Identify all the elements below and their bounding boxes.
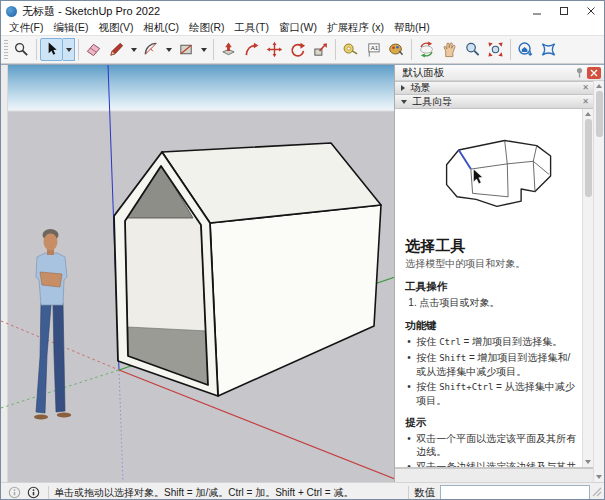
maximize-button[interactable] xyxy=(550,1,577,21)
section-instructor[interactable]: 工具向导 ✕ xyxy=(395,95,593,109)
window-title: 无标题 - SketchUp Pro 2022 xyxy=(22,4,523,19)
toolbar-separator xyxy=(411,39,412,60)
resize-grip-icon[interactable] xyxy=(592,487,602,499)
scroll-up-icon[interactable] xyxy=(595,81,604,91)
menu-edit[interactable]: 编辑(E) xyxy=(48,21,93,35)
instructor-title: 选择工具 xyxy=(405,237,577,256)
scrollbar-thumb[interactable] xyxy=(585,119,592,197)
text-fragment: = 增加项目到选择集。 xyxy=(461,336,562,347)
pin-icon[interactable] xyxy=(575,67,584,78)
chevron-down-icon xyxy=(401,100,407,104)
model-viewport[interactable] xyxy=(1,65,394,482)
main-area: 默认面板 场景 ✕ 工具向导 xyxy=(1,64,604,482)
section-close-icon[interactable]: ✕ xyxy=(582,98,589,106)
panel-close-icon[interactable] xyxy=(587,67,601,79)
menu-view[interactable]: 视图(V) xyxy=(93,21,138,35)
status-separator xyxy=(48,486,49,500)
line-tool-icon[interactable] xyxy=(105,38,128,61)
svg-text:A1: A1 xyxy=(371,44,379,51)
zoom-tool-icon[interactable] xyxy=(461,38,484,61)
operation-step: 1. 点击项目或对象。 xyxy=(405,296,577,310)
status-separator xyxy=(408,486,409,500)
info-icon[interactable] xyxy=(27,486,40,499)
instructor-panel: 选择工具 选择模型中的项目和对象。 工具操作 1. 点击项目或对象。 功能键 按… xyxy=(395,109,593,468)
list-item: 按住 Shift+Ctrl = 从选择集中减少项目。 xyxy=(405,380,577,407)
operation-heading: 工具操作 xyxy=(405,280,577,294)
zoom-extents-icon[interactable] xyxy=(484,38,507,61)
scale-tool-icon[interactable] xyxy=(309,38,332,61)
sketchup-window: 无标题 - SketchUp Pro 2022 文件(F) 编辑(E) 视图(V… xyxy=(0,0,605,500)
model-scene xyxy=(1,65,394,482)
toolbar: A1 xyxy=(1,36,604,64)
instructor-scrollbar[interactable] xyxy=(582,109,593,467)
scroll-down-icon[interactable] xyxy=(595,472,604,482)
chevron-right-icon xyxy=(401,85,405,91)
key-name: Ctrl xyxy=(439,337,461,347)
text-tool-icon[interactable]: A1 xyxy=(362,38,385,61)
tips-heading: 提示 xyxy=(405,416,577,430)
measurements-label: 数值 xyxy=(414,486,435,500)
eraser-tool-icon[interactable] xyxy=(82,38,105,61)
modifier-list: 按住 Ctrl = 增加项目到选择集。 按住 Shift = 增加项目到选择集和… xyxy=(405,335,577,407)
select-tool-dropdown[interactable] xyxy=(63,38,75,61)
person-figure xyxy=(34,229,71,420)
text-fragment: 按住 xyxy=(416,352,439,363)
scroll-up-icon[interactable] xyxy=(584,109,593,119)
close-button[interactable] xyxy=(577,1,604,21)
key-name: Shift xyxy=(439,353,466,363)
menu-file[interactable]: 文件(F) xyxy=(4,21,48,35)
select-tool-icon[interactable] xyxy=(40,38,63,61)
move-tool-icon[interactable] xyxy=(263,38,286,61)
toolbar-separator xyxy=(78,39,79,60)
list-item: 按住 Shift = 增加项目到选择集和/或从选择集中减少项目。 xyxy=(405,351,577,378)
menu-bar: 文件(F) 编辑(E) 视图(V) 相机(C) 绘图(R) 工具(T) 窗口(W… xyxy=(1,21,604,36)
panel-footer xyxy=(395,468,593,482)
key-name: Shift+Ctrl xyxy=(439,382,493,392)
menu-camera[interactable]: 相机(C) xyxy=(138,21,184,35)
tips-list: 双击一个平面以选定该平面及其所有边线。 双击一条边线以选定该边线及与其共享的平面… xyxy=(405,432,577,468)
section-scenes-label: 场景 xyxy=(410,81,582,95)
push-pull-tool-icon[interactable] xyxy=(217,38,240,61)
instructor-illustration xyxy=(405,117,587,235)
panel-title: 默认面板 xyxy=(402,66,572,80)
sketchup-logo-icon xyxy=(6,6,17,17)
extension-warehouse-icon[interactable] xyxy=(537,38,560,61)
arc-tool-dropdown[interactable] xyxy=(163,38,175,61)
status-message: 单击或拖动以选择对象。Shift = 加/减。Ctrl = 加。Shift + … xyxy=(54,486,354,500)
toolbar-separator xyxy=(510,39,511,60)
menu-help[interactable]: 帮助(H) xyxy=(389,21,435,35)
title-bar: 无标题 - SketchUp Pro 2022 xyxy=(1,1,604,21)
list-item: 按住 Ctrl = 增加项目到选择集。 xyxy=(405,335,577,349)
3d-warehouse-icon[interactable] xyxy=(514,38,537,61)
panel-scrollbar[interactable] xyxy=(593,81,604,482)
rectangle-tool-icon[interactable] xyxy=(175,38,198,61)
measurements-input[interactable] xyxy=(440,485,590,500)
zoom-window-icon[interactable] xyxy=(10,38,33,61)
orbit-tool-icon[interactable] xyxy=(415,38,438,61)
toolbar-grip[interactable] xyxy=(4,40,8,60)
arc-tool-icon[interactable] xyxy=(140,38,163,61)
minimize-button[interactable] xyxy=(523,1,550,21)
info-icon-secondary[interactable] xyxy=(8,486,21,499)
menu-window[interactable]: 窗口(W) xyxy=(274,21,322,35)
list-item: 双击一个平面以选定该平面及其所有边线。 xyxy=(405,432,577,458)
toolbar-separator xyxy=(36,39,37,60)
pan-tool-icon[interactable] xyxy=(438,38,461,61)
panel-header: 默认面板 xyxy=(395,65,604,81)
scroll-down-icon[interactable] xyxy=(584,457,593,467)
tape-measure-tool-icon[interactable] xyxy=(339,38,362,61)
menu-draw[interactable]: 绘图(R) xyxy=(184,21,230,35)
section-close-icon[interactable]: ✕ xyxy=(582,84,589,92)
paint-bucket-tool-icon[interactable] xyxy=(385,38,408,61)
section-instructor-label: 工具向导 xyxy=(412,95,582,109)
menu-tools[interactable]: 工具(T) xyxy=(230,21,274,35)
follow-me-tool-icon[interactable] xyxy=(240,38,263,61)
rotate-tool-icon[interactable] xyxy=(286,38,309,61)
section-scenes[interactable]: 场景 ✕ xyxy=(395,81,593,95)
scrollbar-thumb[interactable] xyxy=(596,91,603,137)
line-tool-dropdown[interactable] xyxy=(128,38,140,61)
rectangle-tool-dropdown[interactable] xyxy=(198,38,210,61)
instructor-content: 选择工具 选择模型中的项目和对象。 工具操作 1. 点击项目或对象。 功能键 按… xyxy=(395,109,581,467)
default-tray-panel: 默认面板 场景 ✕ 工具向导 xyxy=(394,65,604,482)
menu-extensions[interactable]: 扩展程序 (x) xyxy=(322,21,389,35)
